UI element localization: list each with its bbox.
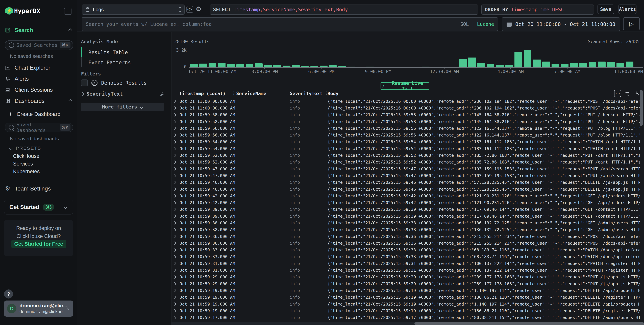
expand-row-chevron-icon[interactable] — [173, 201, 176, 204]
table-row[interactable]: Oct 21 10:59:39.000 AM info {"time_local… — [171, 213, 644, 220]
expand-row-chevron-icon[interactable] — [173, 160, 176, 164]
col-servicename[interactable]: ServiceName — [236, 91, 266, 96]
table-row[interactable]: Oct 21 10:59:36.000 AM info {"time_local… — [171, 233, 644, 240]
user-menu[interactable]: D dominic.tran@clic... dominic.tran@clic… — [4, 301, 73, 317]
help-button[interactable]: ? — [4, 290, 13, 299]
lucene-mode-toggle[interactable]: Lucene — [477, 21, 494, 27]
col-severitytext[interactable]: SeverityText — [290, 91, 322, 96]
expand-row-chevron-icon[interactable] — [173, 106, 176, 110]
horizontal-scrollbar[interactable] — [171, 322, 644, 325]
table-row[interactable]: Oct 21 10:59:42.000 AM info {"time_local… — [171, 193, 644, 199]
expand-row-chevron-icon[interactable] — [173, 100, 176, 103]
expand-row-chevron-icon[interactable] — [173, 154, 176, 157]
table-row[interactable]: Oct 21 10:59:46.000 AM info {"time_local… — [171, 179, 644, 186]
table-row[interactable]: Oct 21 10:59:47.000 AM info {"time_local… — [171, 172, 644, 179]
sidebar-collapse-icon[interactable] — [64, 8, 72, 15]
download-icon[interactable] — [634, 90, 640, 97]
table-row[interactable]: Oct 21 11:00:00.000 AM info {"time_local… — [171, 98, 644, 105]
sidebar-item-dashboards[interactable]: Dashboards — [0, 96, 77, 106]
table-row[interactable]: Oct 21 10:59:31.000 AM info {"time_local… — [171, 267, 644, 274]
expand-row-chevron-icon[interactable] — [173, 113, 176, 117]
table-row[interactable]: Oct 21 10:59:38.000 AM info {"time_local… — [171, 220, 644, 226]
wrap-lines-icon[interactable] — [624, 90, 630, 97]
mode-results-table[interactable]: Results Table — [81, 47, 131, 57]
expand-row-chevron-icon[interactable] — [173, 127, 176, 130]
order-by-input[interactable]: ORDER BY TimestampTime DESC — [482, 4, 594, 14]
get-started-toggle[interactable]: Get Started 3/3 — [4, 200, 73, 215]
denoise-checkbox[interactable] — [81, 79, 88, 86]
expand-row-chevron-icon[interactable] — [173, 235, 176, 238]
expand-row-chevron-icon[interactable] — [173, 289, 176, 292]
expand-row-chevron-icon[interactable] — [173, 181, 176, 184]
expand-row-chevron-icon[interactable] — [173, 269, 176, 272]
table-row[interactable]: Oct 21 10:59:58.000 AM info {"time_local… — [171, 118, 644, 125]
sql-editor-icon-button[interactable]: <> — [186, 6, 193, 13]
sidebar-item-alerts[interactable]: Alerts — [0, 74, 77, 83]
table-row[interactable]: Oct 21 10:59:38.000 AM info {"time_local… — [171, 226, 644, 233]
table-row[interactable]: Oct 21 10:59:52.000 AM info {"time_local… — [171, 152, 644, 159]
table-row[interactable]: Oct 21 10:59:42.000 AM info {"time_local… — [171, 199, 644, 206]
expand-row-chevron-icon[interactable] — [173, 228, 176, 231]
presets-section-toggle[interactable]: PRESETS — [10, 146, 41, 151]
run-query-button[interactable]: ▷ — [623, 17, 640, 30]
more-filters-button[interactable]: More filters — [81, 103, 164, 111]
expand-row-chevron-icon[interactable] — [173, 174, 176, 177]
expand-row-chevron-icon[interactable] — [173, 194, 176, 198]
resume-live-tail-button[interactable]: ⚡ Resume Live Tail — [380, 82, 429, 90]
expand-row-chevron-icon[interactable] — [173, 309, 176, 313]
table-row[interactable]: Oct 21 10:59:19.000 AM info {"time_local… — [171, 301, 644, 308]
select-columns-input[interactable]: SELECT Timestamp,ServiceName,SeverityTex… — [210, 4, 478, 14]
lucene-search-input[interactable]: Search your events w/ Lucene ex. column:… — [82, 17, 498, 31]
table-row[interactable]: Oct 21 10:59:46.000 AM info {"time_local… — [171, 186, 644, 193]
vertical-scrollbar-thumb[interactable] — [640, 90, 643, 126]
table-row[interactable]: Oct 21 10:59:19.000 AM info {"time_local… — [171, 287, 644, 294]
sidebar-item-search[interactable]: Search — [0, 25, 77, 35]
pin-icon[interactable] — [160, 91, 165, 96]
table-row[interactable]: Oct 21 10:59:33.000 AM info {"time_local… — [171, 247, 644, 253]
sidebar-item-client-sessions[interactable]: Client Sessions — [0, 85, 77, 95]
sidebar-item-chart-explorer[interactable]: Chart Explorer — [0, 63, 77, 72]
col-timestamp[interactable]: Timestamp (Local) — [179, 91, 226, 96]
vertical-scrollbar[interactable] — [640, 90, 643, 321]
expand-row-chevron-icon[interactable] — [173, 221, 176, 225]
time-range-picker[interactable]: Oct 20 11:00:00 - Oct 21 11:00:00 — [502, 17, 620, 31]
expand-row-chevron-icon[interactable] — [173, 282, 176, 286]
table-row[interactable]: Oct 21 10:59:54.000 AM info {"time_local… — [171, 139, 644, 145]
table-row[interactable]: Oct 21 10:59:33.000 AM info {"time_local… — [171, 253, 644, 260]
events-histogram[interactable] — [190, 49, 643, 67]
alerts-button[interactable]: Alerts — [618, 4, 636, 14]
table-row[interactable]: Oct 21 10:59:56.000 AM info {"time_local… — [171, 132, 644, 138]
expand-row-chevron-icon[interactable] — [173, 133, 176, 137]
mode-event-patterns[interactable]: Event Patterns — [81, 57, 131, 67]
sql-mode-toggle[interactable]: SQL — [460, 21, 469, 27]
expand-row-chevron-icon[interactable] — [173, 188, 176, 191]
severitytext-filter-group[interactable]: SeverityText — [81, 91, 165, 97]
saved-searches-input[interactable]: Saved Searches ⌘K — [5, 40, 73, 50]
raw-sql-icon[interactable]: <> — [614, 90, 621, 97]
table-row[interactable]: Oct 21 10:59:19.000 AM info {"time_local… — [171, 294, 644, 301]
expand-row-chevron-icon[interactable] — [173, 208, 176, 211]
expand-row-chevron-icon[interactable] — [173, 242, 176, 245]
table-row[interactable]: Oct 21 10:59:19.000 AM info {"time_local… — [171, 308, 644, 314]
sidebar-item-team-settings[interactable]: ⚙ Team Settings — [0, 184, 77, 193]
source-settings-gear-icon[interactable]: ⚙ — [195, 5, 202, 13]
preset-kubernetes[interactable]: Kubernetes — [13, 168, 40, 175]
preset-services[interactable]: Services — [13, 160, 33, 168]
expand-row-chevron-icon[interactable] — [173, 248, 176, 252]
expand-row-chevron-icon[interactable] — [173, 255, 176, 258]
table-row[interactable]: Oct 21 10:59:29.000 AM info {"time_local… — [171, 274, 644, 280]
table-row[interactable]: Oct 21 10:59:29.000 AM info {"time_local… — [171, 280, 644, 287]
expand-row-chevron-icon[interactable] — [173, 275, 176, 279]
expand-row-chevron-icon[interactable] — [173, 147, 176, 150]
saved-dashboards-input[interactable]: Saved Dashboards ⌘K — [5, 123, 73, 132]
table-row[interactable]: Oct 21 10:59:56.000 AM info {"time_local… — [171, 125, 644, 132]
table-row[interactable]: Oct 21 10:59:54.000 AM info {"time_local… — [171, 145, 644, 152]
expand-row-chevron-icon[interactable] — [173, 316, 176, 319]
expand-row-chevron-icon[interactable] — [173, 167, 176, 171]
expand-row-chevron-icon[interactable] — [173, 215, 176, 218]
save-button[interactable]: Save — [598, 4, 614, 14]
table-row[interactable]: Oct 21 10:59:31.000 AM info {"time_local… — [171, 260, 644, 267]
get-started-for-free-button[interactable]: Get Started for Free — [12, 240, 66, 248]
expand-row-chevron-icon[interactable] — [173, 140, 176, 144]
table-row[interactable]: Oct 21 10:59:58.000 AM info {"time_local… — [171, 111, 644, 118]
